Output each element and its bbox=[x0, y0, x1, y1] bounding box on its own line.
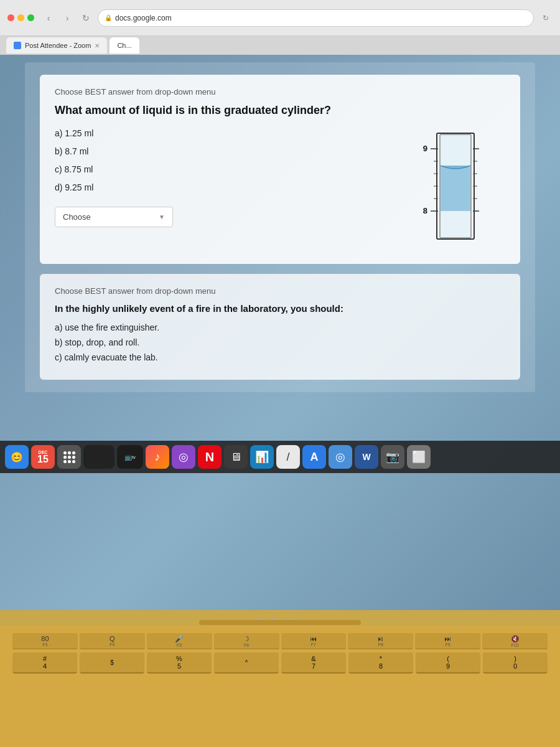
caret-symbol: ^ bbox=[245, 659, 248, 666]
dock-chart[interactable]: 📊 bbox=[250, 445, 274, 469]
f6-main: ☽ bbox=[243, 635, 250, 643]
f9-main: ⏭ bbox=[444, 635, 451, 642]
question-card-1: Choose BEST answer from drop-down menu W… bbox=[40, 75, 520, 264]
key-caret[interactable]: ^ bbox=[214, 652, 279, 674]
dock-camera[interactable]: 📷 bbox=[381, 445, 404, 469]
number-row: # 4 $ % 5 ^ & 7 * 8 bbox=[12, 652, 548, 674]
choice-a: a) 1.25 ml bbox=[55, 127, 387, 140]
key-paren-close-0[interactable]: ) 0 bbox=[483, 652, 548, 674]
key-hash-top: # bbox=[43, 655, 47, 662]
key-hash-4[interactable]: # 4 bbox=[12, 652, 77, 674]
forward-icon[interactable]: › bbox=[60, 11, 74, 25]
instruction-text-2: Choose BEST answer from drop-down menu bbox=[55, 286, 505, 296]
dock-monitor[interactable]: 🖥 bbox=[224, 445, 248, 469]
tab-close-icon[interactable]: ✕ bbox=[95, 42, 100, 49]
dock-day: 15 bbox=[37, 454, 49, 464]
star-top: * bbox=[380, 655, 382, 662]
key-f6[interactable]: ☽ F6 bbox=[214, 633, 279, 649]
percent-bottom: 5 bbox=[177, 662, 181, 670]
dollar-symbol: $ bbox=[110, 659, 114, 666]
key-f3[interactable]: 80 F3 bbox=[12, 633, 78, 649]
star-bottom: 8 bbox=[379, 662, 383, 670]
dock-launchpad[interactable] bbox=[57, 445, 81, 469]
dot2 bbox=[68, 451, 71, 454]
f10-sub: F10 bbox=[511, 643, 519, 647]
paren-close-top: ) bbox=[514, 655, 516, 662]
key-dollar[interactable]: $ bbox=[80, 652, 144, 674]
tab-zoom-label: Post Attendee - Zoom bbox=[25, 42, 91, 49]
dock-editor[interactable]: / bbox=[276, 445, 300, 469]
fire-choice-a: a) use the fire extinguisher. bbox=[55, 322, 505, 332]
dock-target[interactable]: ◎ bbox=[329, 445, 352, 469]
tab-ch[interactable]: Ch... bbox=[110, 37, 139, 54]
keyboard-area: 80 F3 Q F4 🎤 F5 ☽ F6 ⏮ F7 ⏯ F8 ⏭ F9 🔇 bbox=[0, 626, 560, 747]
key-percent-5[interactable]: % 5 bbox=[147, 652, 212, 674]
key-hash-bottom: 4 bbox=[43, 662, 47, 670]
instruction-text-1: Choose BEST answer from drop-down menu bbox=[55, 87, 505, 96]
svg-text:8: 8 bbox=[423, 206, 427, 215]
dropdown-arrow-icon: ▼ bbox=[159, 214, 165, 220]
close-dot[interactable] bbox=[7, 14, 14, 21]
minimize-dot[interactable] bbox=[17, 14, 24, 21]
address-bar[interactable]: 🔒 docs.google.com bbox=[98, 9, 534, 27]
paren-close-bottom: 0 bbox=[513, 662, 517, 670]
back-icon[interactable]: ‹ bbox=[42, 11, 55, 25]
tab-bar: Post Attendee - Zoom ✕ Ch... bbox=[0, 36, 560, 55]
key-f8[interactable]: ⏯ F8 bbox=[348, 633, 413, 649]
tab-zoom[interactable]: Post Attendee - Zoom ✕ bbox=[6, 37, 107, 54]
key-f4[interactable]: Q F4 bbox=[80, 633, 145, 649]
f7-main: ⏮ bbox=[310, 635, 317, 642]
maximize-dot[interactable] bbox=[27, 14, 34, 21]
amp-bottom: 7 bbox=[312, 662, 315, 670]
dot4 bbox=[63, 456, 67, 459]
paren-open-bottom: 9 bbox=[446, 662, 450, 670]
dot6 bbox=[72, 456, 75, 459]
dock-music[interactable]: ♪ bbox=[146, 445, 169, 469]
dock-appletv[interactable]: 📺tv bbox=[117, 445, 143, 469]
url-text: docs.google.com bbox=[115, 14, 172, 22]
key-paren-open-9[interactable]: ( 9 bbox=[416, 652, 480, 674]
key-amp-7[interactable]: & 7 bbox=[281, 652, 346, 674]
f5-main: 🎤 bbox=[175, 635, 184, 643]
f8-sub: F8 bbox=[378, 642, 383, 647]
dock-podcast[interactable]: ◎ bbox=[172, 445, 195, 469]
zoom-tab-icon bbox=[14, 42, 21, 49]
f10-main: 🔇 bbox=[511, 635, 520, 643]
dock-calendar[interactable]: DEC 15 bbox=[31, 445, 55, 469]
fire-choice-b: b) stop, drop, and roll. bbox=[55, 337, 505, 347]
trackpad-area[interactable] bbox=[199, 620, 361, 625]
lock-icon: 🔒 bbox=[105, 14, 112, 21]
dock-app-a[interactable]: A bbox=[302, 445, 326, 469]
dock-netflix[interactable]: N bbox=[198, 445, 222, 469]
f8-main: ⏯ bbox=[377, 635, 384, 642]
dot3 bbox=[72, 451, 75, 454]
dock-finder[interactable]: 😊 bbox=[5, 445, 29, 469]
dock-word[interactable]: W bbox=[355, 445, 378, 469]
f4-main: Q bbox=[110, 635, 115, 642]
choice-c: c) 8.75 ml bbox=[55, 163, 387, 176]
key-f7[interactable]: ⏮ F7 bbox=[281, 633, 347, 649]
dock-bar: 😊 DEC 15 📺tv ♪ ◎ bbox=[0, 441, 560, 473]
key-star-8[interactable]: * 8 bbox=[348, 652, 413, 674]
f3-sub: F3 bbox=[42, 642, 47, 647]
tab-ch-label: Ch... bbox=[117, 42, 131, 49]
dot7 bbox=[63, 460, 67, 463]
key-f9[interactable]: ⏭ F9 bbox=[415, 633, 480, 649]
f7-sub: F7 bbox=[311, 642, 316, 647]
dock-extra[interactable]: ⬜ bbox=[407, 445, 431, 469]
choose-dropdown[interactable]: Choose ▼ bbox=[55, 207, 173, 227]
refresh-top-icon[interactable]: ↻ bbox=[539, 11, 553, 25]
key-f5[interactable]: 🎤 F5 bbox=[147, 633, 212, 649]
f4-sub: F4 bbox=[110, 642, 114, 647]
refresh-icon[interactable]: ↻ bbox=[79, 11, 93, 25]
fire-question-title: In the highly unlikely event of a fire i… bbox=[55, 303, 505, 314]
dot8 bbox=[68, 460, 71, 463]
key-f10[interactable]: 🔇 F10 bbox=[482, 633, 548, 649]
cylinder-svg: 9 8 bbox=[418, 127, 493, 251]
dot9 bbox=[72, 460, 75, 463]
dock-screen[interactable] bbox=[83, 445, 114, 469]
cylinder-area: 9 8 bbox=[406, 127, 505, 251]
question-title-1: What amount of liquid is in this graduat… bbox=[55, 104, 505, 117]
browser-chrome: ‹ › ↻ 🔒 docs.google.com ↻ bbox=[0, 0, 560, 36]
f6-sub: F6 bbox=[244, 643, 249, 647]
